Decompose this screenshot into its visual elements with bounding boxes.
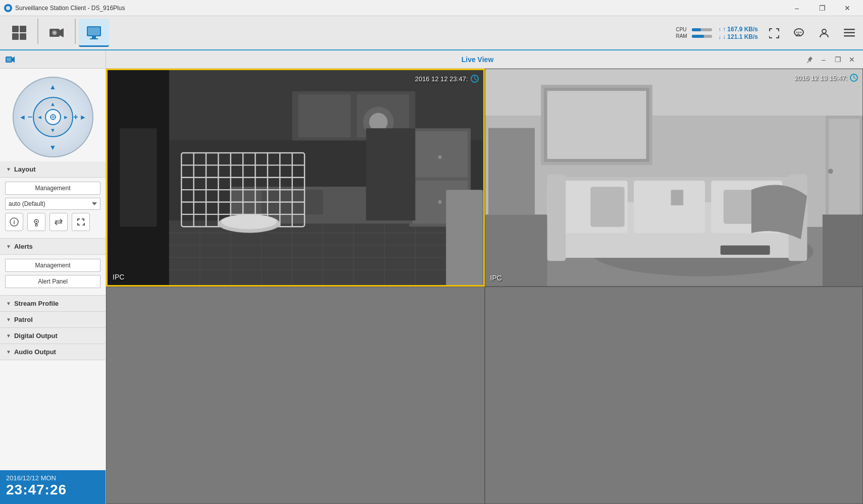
ptz-ring: ▲ ▼ ◄ ► − + ▲ ▼ ◄ ► — [13, 77, 93, 157]
svg-rect-4 — [20, 33, 26, 40]
audio-output-header[interactable]: ▼ Audio Output — [0, 344, 106, 360]
cam-sync-icon-1 — [470, 74, 479, 83]
patrol-section-header[interactable]: ▼ Patrol — [0, 312, 106, 328]
liveview-pin-button[interactable] — [803, 53, 816, 66]
alerts-section-content: Management Alert Panel — [0, 255, 106, 296]
menu-icon — [844, 27, 855, 38]
ptz-down-button[interactable]: ▼ — [48, 142, 58, 152]
window-title: Surveillance Station Client - DS_916Plus — [15, 5, 125, 12]
alerts-label: Alerts — [14, 243, 33, 250]
digital-output-label: Digital Output — [14, 332, 58, 340]
swap-icon — [54, 217, 63, 227]
stream-profile-label: Stream Profile — [14, 300, 59, 307]
ptz-zoom-minus-button[interactable]: − — [28, 113, 32, 122]
stream-profile-chevron-icon: ▼ — [6, 301, 11, 306]
camera-cell-4[interactable] — [485, 287, 864, 505]
svg-rect-82 — [120, 128, 157, 227]
ptz-inner-right[interactable]: ► — [62, 113, 70, 121]
camera-cell-3[interactable] — [106, 287, 485, 505]
cpu-bar-fill — [692, 28, 701, 31]
digital-output-chevron-icon: ▼ — [6, 333, 11, 339]
svg-rect-101 — [723, 190, 754, 223]
content-area: Live View – ❐ ✕ — [106, 50, 863, 504]
digital-output-header[interactable]: ▼ Digital Output — [0, 328, 106, 344]
upload-speed: ↑ 167.9 KB/s — [723, 26, 758, 33]
svg-point-59 — [438, 155, 442, 159]
expand-button[interactable] — [72, 213, 90, 231]
svg-point-16 — [798, 32, 799, 33]
tab-camera[interactable] — [41, 19, 72, 47]
liveview-restore-button[interactable]: ❐ — [832, 53, 844, 66]
chat-button[interactable] — [789, 23, 808, 42]
sidebar-scrollable: ▼ Layout Management auto (Default) 1x1 2… — [0, 161, 106, 470]
svg-rect-12 — [90, 38, 98, 39]
layout-section-content: Management auto (Default) 1x1 2x2 3x3 4x… — [0, 178, 106, 239]
liveview-topbar: Live View – ❐ ✕ — [106, 50, 863, 69]
camera-1-timestamp: 2016 12 12 23:47: — [415, 74, 479, 83]
menu-button[interactable] — [840, 23, 859, 42]
svg-rect-52 — [298, 94, 351, 137]
ptz-inner-left[interactable]: ◄ — [36, 113, 44, 121]
liveview-camera-icon — [5, 54, 15, 65]
svg-rect-96 — [634, 181, 705, 233]
svg-point-104 — [828, 169, 833, 174]
network-info: ↑ ↑ 167.9 KB/s ↓ ↓ 121.1 KB/s — [718, 26, 758, 40]
layout-management-button[interactable]: Management — [5, 182, 100, 195]
expand-icon — [76, 217, 85, 227]
alerts-management-button[interactable]: Management — [5, 259, 100, 272]
alerts-section-header[interactable]: ▼ Alerts — [0, 239, 106, 255]
svg-rect-108 — [720, 246, 770, 255]
minimize-button[interactable]: – — [785, 1, 808, 16]
svg-rect-11 — [92, 36, 96, 38]
fullscreen-toolbar-button[interactable] — [764, 23, 783, 42]
user-button[interactable] — [815, 23, 834, 42]
info-icon: i — [10, 217, 19, 227]
ptz-left-button[interactable]: ◄ — [18, 112, 28, 122]
svg-rect-80 — [446, 190, 483, 285]
camera-cell-1[interactable]: 2016 12 12 23:47: IPC — [106, 69, 485, 287]
close-button[interactable]: ✕ — [836, 1, 859, 16]
ptz-inner-up[interactable]: ▲ — [49, 100, 57, 108]
svg-marker-7 — [60, 28, 64, 37]
info-button[interactable]: i — [5, 213, 23, 231]
ptz-inner-down[interactable]: ▼ — [49, 126, 57, 134]
camera-icon — [48, 25, 65, 41]
toolbar-right: CPU RAM ↑ ↑ 167.9 KB/s ↓ ↓ 121.1 KB/s — [676, 23, 859, 42]
camera-feed-3 — [107, 287, 484, 504]
audio-output-chevron-icon: ▼ — [6, 349, 11, 355]
ptz-inner-ring: ▲ ▼ ◄ ► — [33, 97, 73, 137]
layout-section-header[interactable]: ▼ Layout — [0, 161, 106, 178]
camera-2-label: IPC — [490, 274, 502, 282]
svg-text:i: i — [13, 219, 15, 225]
ptz-center-button[interactable] — [45, 109, 61, 125]
svg-point-31 — [36, 221, 37, 222]
patrol-chevron-icon: ▼ — [6, 317, 11, 322]
svg-marker-23 — [12, 57, 15, 63]
liveview-close-button[interactable]: ✕ — [846, 53, 858, 66]
timestamp-text-2: 2016 12 13 15:47: — [794, 74, 847, 82]
audio-output-label: Audio Output — [14, 348, 56, 356]
tab-live-view[interactable] — [79, 19, 109, 47]
tab-grid-view[interactable] — [4, 19, 34, 47]
alerts-chevron-icon: ▼ — [6, 244, 11, 249]
restore-button[interactable]: ❐ — [810, 1, 834, 16]
svg-rect-92 — [547, 91, 646, 159]
svg-point-8 — [53, 31, 56, 34]
camera-cell-2[interactable]: 2016 12 13 15:47: IPC — [485, 69, 864, 287]
camera-feed-1: 2016 12 12 23:47: IPC — [108, 70, 483, 285]
ptz-zoom-plus-button[interactable]: + — [73, 113, 78, 122]
ptz-right-button[interactable]: ► — [78, 112, 88, 122]
ptz-up-button[interactable]: ▲ — [48, 82, 58, 92]
svg-rect-100 — [590, 187, 624, 227]
svg-rect-1 — [12, 26, 19, 32]
swap-button[interactable] — [49, 213, 68, 231]
window-controls: – ❐ ✕ — [785, 1, 859, 16]
location-button[interactable] — [27, 213, 45, 231]
liveview-minimize-button[interactable]: – — [818, 53, 830, 66]
clock-time: 23:47:26 — [6, 482, 99, 498]
upload-row: ↑ ↑ 167.9 KB/s — [718, 26, 758, 33]
layout-dropdown[interactable]: auto (Default) 1x1 2x2 3x3 4x4 — [5, 198, 100, 210]
stream-profile-header[interactable]: ▼ Stream Profile — [0, 296, 106, 312]
upload-arrow: ↑ — [718, 26, 721, 32]
alert-panel-button[interactable]: Alert Panel — [5, 275, 100, 288]
